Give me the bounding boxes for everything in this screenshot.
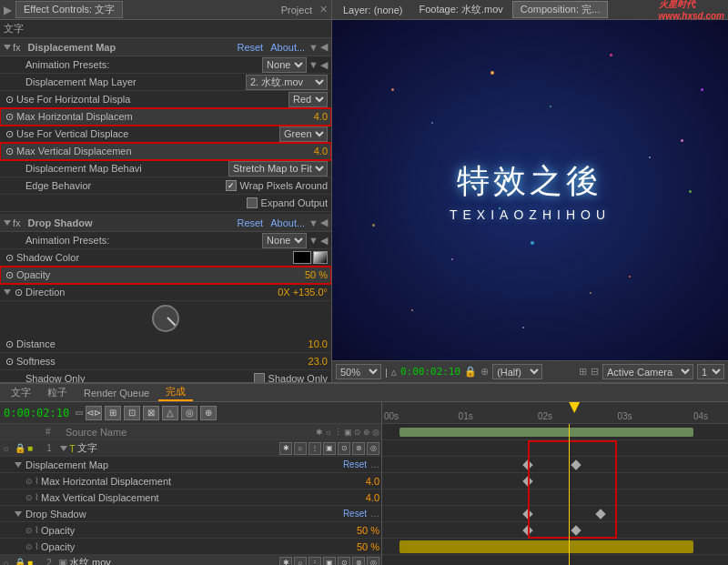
sw7[interactable]: ◎: [367, 442, 379, 455]
stopwatch-mv-icon[interactable]: ⊙: [4, 146, 15, 156]
stopwatch-soft-icon[interactable]: ⊙: [4, 356, 15, 367]
op1-kf1[interactable]: [522, 509, 532, 519]
sw2-1[interactable]: ✱: [279, 557, 292, 566]
sw1[interactable]: ✱: [279, 442, 292, 455]
mh-kf2[interactable]: [571, 459, 581, 469]
op1-stopwatch[interactable]: ⊙: [25, 526, 33, 535]
layer1-expand[interactable]: [60, 446, 67, 451]
op2-kf2[interactable]: [571, 525, 581, 535]
use-vertical-select[interactable]: Green: [279, 126, 328, 142]
map-behavior-select[interactable]: Stretch Map to Fit: [228, 161, 328, 177]
anim-presets-select[interactable]: None: [262, 57, 307, 73]
collapse-shadow-icon[interactable]: [4, 220, 11, 226]
shadow-color-swatch[interactable]: [293, 251, 311, 264]
tab-wenzi[interactable]: 文字: [4, 385, 38, 400]
tl-btn-4[interactable]: ⊠: [143, 406, 159, 420]
view-select[interactable]: Active Camera: [602, 364, 693, 379]
ds-expand[interactable]: [15, 511, 22, 517]
expand-output-checkbox[interactable]: [247, 197, 258, 208]
wrap-pixels-checkbox[interactable]: [226, 180, 237, 191]
shadow-only-checkbox[interactable]: [254, 373, 265, 382]
tl-btn-1[interactable]: ⊲⊳: [86, 406, 102, 420]
op2-stopwatch[interactable]: ⊙: [25, 542, 33, 551]
sw3[interactable]: ⋮: [308, 442, 321, 455]
mv-kf1[interactable]: [522, 476, 532, 486]
sw6[interactable]: ⊛: [352, 442, 365, 455]
tab-wancheng[interactable]: 完成: [158, 384, 193, 401]
quality-select[interactable]: (Half): [492, 364, 542, 379]
direction-value[interactable]: 0X +135.0°: [278, 287, 328, 298]
search-bar[interactable]: [76, 411, 83, 415]
tl-btn-3[interactable]: ⊡: [124, 406, 140, 420]
sw2[interactable]: ☼: [294, 442, 307, 455]
displacement-reset[interactable]: Reset: [237, 42, 263, 53]
tl-btn-6[interactable]: ◎: [181, 406, 197, 420]
project-tab[interactable]: Project: [281, 5, 312, 15]
mh-curve[interactable]: ⌇: [35, 476, 39, 486]
sw5[interactable]: ⊙: [338, 442, 350, 455]
shadow-color-label: Shadow Color: [16, 252, 293, 263]
tl-btn-5[interactable]: △: [162, 406, 178, 420]
sw2-3[interactable]: ⋮: [308, 557, 321, 566]
sw2-2[interactable]: ☼: [294, 557, 307, 566]
zoom-select[interactable]: 50%: [336, 364, 381, 379]
mv-stopwatch[interactable]: ⊙: [25, 493, 33, 502]
stopwatch-v-icon[interactable]: ⊙: [4, 128, 15, 139]
max-horizontal-value[interactable]: 4.0: [314, 111, 328, 122]
mh-kf1[interactable]: [522, 459, 532, 469]
op2-curve[interactable]: ⌇: [35, 541, 39, 551]
shadow-presets-select[interactable]: None: [262, 233, 307, 248]
map-layer-select[interactable]: 2. 水纹.mov: [246, 75, 328, 90]
tab-lizi[interactable]: 粒子: [40, 385, 75, 400]
effect-controls-tab[interactable]: Effect Controls: 文字: [15, 1, 123, 18]
mv-curve[interactable]: ⌇: [35, 492, 39, 502]
layer2-lock[interactable]: 🔒: [15, 558, 27, 565]
sw2-4[interactable]: ▣: [323, 557, 336, 566]
max-vertical-value[interactable]: 4.0: [314, 146, 328, 156]
displacement-about[interactable]: About...: [270, 42, 305, 53]
stopwatch-mh-icon[interactable]: ⊙: [4, 111, 15, 122]
stopwatch-sc-icon[interactable]: ⊙: [4, 252, 15, 263]
tl-btn-7[interactable]: ⊕: [200, 406, 217, 420]
direction-expand-icon[interactable]: [4, 289, 11, 295]
direction-dial[interactable]: [152, 305, 179, 332]
disp-reset[interactable]: Reset: [343, 459, 367, 469]
mh-stopwatch[interactable]: ⊙: [25, 477, 33, 486]
tl-btn-2[interactable]: ⊞: [105, 406, 121, 420]
layer2-bar[interactable]: [399, 540, 693, 553]
view2-select[interactable]: 1 V: [697, 364, 724, 379]
opacity-value[interactable]: 50 %: [305, 269, 328, 280]
composition-tab[interactable]: Composition: 完...: [512, 1, 608, 18]
ds-name: Drop Shadow: [25, 509, 86, 520]
disp-name: Displacement Map: [25, 459, 108, 470]
sw2-7[interactable]: ◎: [367, 557, 379, 566]
sw2-5[interactable]: ⊙: [338, 557, 350, 566]
layer1-bar[interactable]: [399, 428, 693, 437]
drop-shadow-reset[interactable]: Reset: [237, 217, 263, 228]
footage-tab[interactable]: Footage: 水纹.mov: [411, 2, 510, 17]
stopwatch-dir-icon[interactable]: ⊙: [13, 287, 24, 298]
ds-reset[interactable]: Reset: [343, 509, 367, 519]
op2-kf1[interactable]: [522, 525, 532, 535]
disp-expand[interactable]: [15, 462, 22, 468]
distance-value[interactable]: 10.0: [308, 338, 328, 349]
use-horizontal-select[interactable]: Red: [288, 92, 328, 107]
stopwatch-dist-icon[interactable]: ⊙: [4, 338, 15, 349]
op1-curve[interactable]: ⌇: [35, 525, 39, 535]
shadow-gradient-swatch[interactable]: [313, 251, 328, 264]
sw4[interactable]: ▣: [323, 442, 336, 455]
drop-shadow-about[interactable]: About...: [270, 217, 305, 228]
softness-value[interactable]: 23.0: [308, 356, 328, 367]
layer1-lock[interactable]: 🔒: [15, 443, 27, 453]
stopwatch-op-icon[interactable]: ⊙: [4, 269, 15, 280]
tab-renderqueue[interactable]: Render Queue: [76, 387, 157, 399]
layer2-solo[interactable]: ☼: [2, 558, 15, 565]
layer1-solo[interactable]: ☼: [2, 443, 15, 453]
op1-kf2[interactable]: [595, 509, 605, 519]
layer-tab[interactable]: Layer: (none): [336, 4, 410, 16]
sw2-6[interactable]: ⊛: [352, 557, 365, 566]
collapse-icon[interactable]: [4, 45, 11, 50]
ds-options[interactable]: …: [370, 509, 379, 519]
disp-options[interactable]: …: [370, 459, 379, 469]
stopwatch-h-icon[interactable]: ⊙: [4, 94, 15, 105]
